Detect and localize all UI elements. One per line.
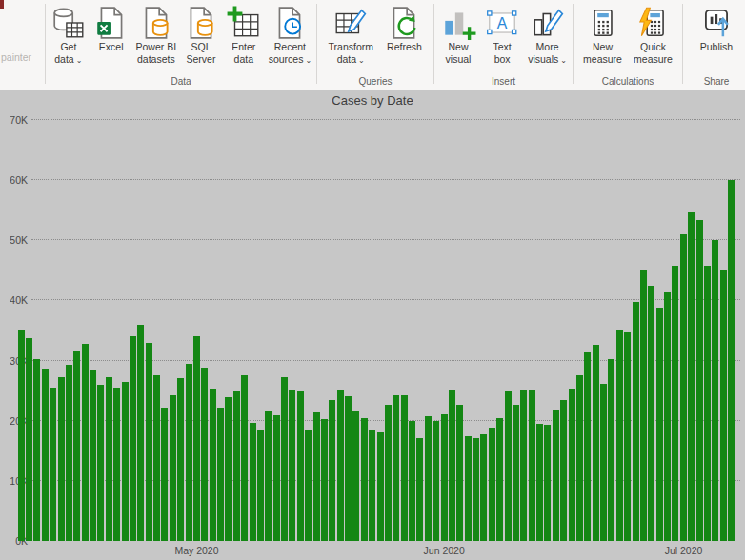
bar[interactable] [250,423,256,541]
bar[interactable] [377,432,384,541]
recent-sources-button[interactable]: Recentsources⌄ [267,4,313,68]
bar[interactable] [584,352,591,541]
bar[interactable] [186,364,192,541]
bar[interactable] [137,325,144,541]
transform-data-button[interactable]: Transformdata⌄ [327,4,375,68]
enter-data-button[interactable]: Enterdata [224,4,264,66]
bar[interactable] [329,400,335,541]
format-painter-label[interactable]: painter [1,51,31,63]
get-data-button[interactable]: Getdata⌄ [49,4,89,68]
bar[interactable] [465,436,472,541]
bar[interactable] [42,369,49,541]
bar[interactable] [313,412,320,541]
bar[interactable] [712,240,718,541]
bar[interactable] [257,430,264,541]
cases-by-date-visual[interactable]: Cases by Date 0K10K20K30K40K50K60K70K Ma… [0,90,745,560]
bar[interactable] [680,234,687,541]
bar[interactable] [73,351,80,541]
bar[interactable] [449,390,455,541]
bar[interactable] [130,336,136,541]
bar[interactable] [728,180,735,541]
bar[interactable] [210,389,216,541]
bar[interactable] [553,410,559,541]
bar[interactable] [146,343,152,541]
bar[interactable] [297,391,304,541]
quick-measure-button[interactable]: Quickmeasure [632,4,675,66]
bar[interactable] [480,434,487,541]
sql-server-button[interactable]: SQLServer [181,4,221,66]
bar[interactable] [600,384,607,541]
bar[interactable] [281,377,288,541]
bar[interactable] [241,375,248,541]
bar[interactable] [352,411,359,541]
bar[interactable] [656,308,663,541]
bar[interactable] [345,396,352,541]
bar[interactable] [441,414,448,541]
bar[interactable] [361,418,368,541]
bar[interactable] [633,302,639,541]
bar[interactable] [433,421,439,541]
bar[interactable] [217,408,224,541]
bar[interactable] [536,424,543,541]
text-box-button[interactable]: ATextbox [482,4,522,66]
bar[interactable] [648,286,654,541]
bar[interactable] [273,415,280,541]
bar[interactable] [337,390,344,541]
bar[interactable] [385,405,392,541]
bar[interactable] [153,375,160,541]
bar[interactable] [369,430,375,541]
bar[interactable] [18,330,25,541]
refresh-button[interactable]: Refresh [384,4,424,54]
bar[interactable] [170,395,176,541]
bar[interactable] [225,397,232,541]
bar[interactable] [33,359,40,541]
bar[interactable] [177,378,184,541]
bar[interactable] [560,400,567,541]
bar[interactable] [489,428,495,541]
bar[interactable] [529,390,535,541]
bar[interactable] [393,395,399,541]
bar[interactable] [473,438,479,541]
bar[interactable] [193,336,200,541]
bar[interactable] [58,377,65,541]
bar[interactable] [401,395,408,541]
bar[interactable] [409,421,415,541]
more-visuals-button[interactable]: Morevisuals⌄ [526,4,569,68]
bar[interactable] [688,212,695,541]
bar[interactable] [505,391,512,541]
bar[interactable] [544,425,551,541]
bar[interactable] [50,388,56,541]
bar[interactable] [704,266,711,541]
bar[interactable] [576,375,583,541]
bar[interactable] [520,390,527,541]
bar[interactable] [696,220,703,541]
bar[interactable] [456,405,463,541]
bar[interactable] [289,390,295,541]
bar[interactable] [616,330,623,541]
bar[interactable] [593,345,599,541]
bar[interactable] [90,370,96,541]
excel-button[interactable]: Excel [91,4,131,54]
new-visual-button[interactable]: Newvisual [438,4,478,66]
bar[interactable] [233,391,240,541]
bar[interactable] [321,419,328,541]
bar[interactable] [106,377,112,541]
bar[interactable] [608,359,614,541]
bar[interactable] [640,270,647,541]
bar[interactable] [97,385,104,541]
bar[interactable] [425,416,432,541]
power-bi-datasets-button[interactable]: Power BIdatasets [134,4,179,66]
new-measure-button[interactable]: Newmeasure [581,4,624,66]
bar[interactable] [122,382,129,541]
bar[interactable] [569,389,575,541]
bar[interactable] [624,332,631,541]
bar[interactable] [66,365,72,541]
bar[interactable] [265,411,272,541]
bar[interactable] [113,388,120,541]
bar[interactable] [161,408,168,541]
bar[interactable] [720,270,727,541]
publish-button[interactable]: Publish [696,4,736,54]
bar[interactable] [82,344,89,541]
bar[interactable] [664,292,671,541]
bar[interactable] [416,438,423,541]
